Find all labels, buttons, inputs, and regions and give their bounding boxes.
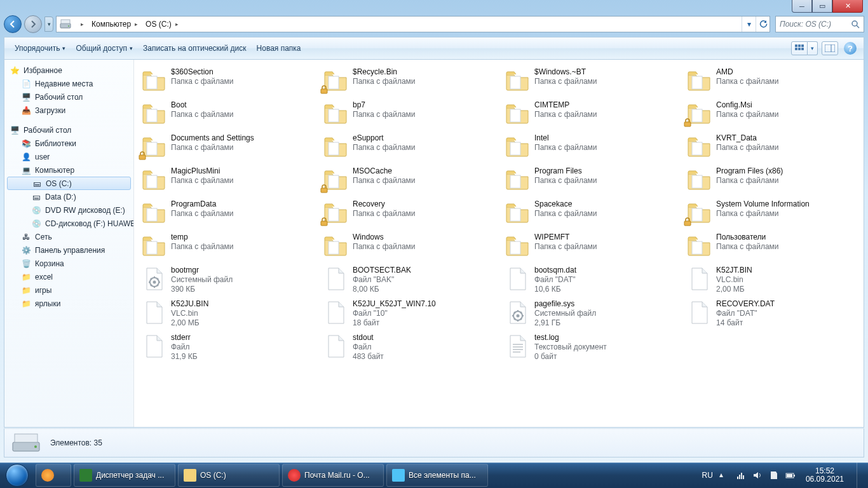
- share-menu[interactable]: Общий доступ▾: [71, 41, 138, 55]
- tree-item-bin[interactable]: 🗑️Корзина: [4, 257, 133, 270]
- file-item[interactable]: ПользователиПапка с файлами: [682, 230, 864, 263]
- breadcrumb-segment[interactable]: OS (C:)▸: [142, 17, 182, 32]
- item-type: VLC.bin: [171, 309, 208, 318]
- file-item[interactable]: RecoveryПапка с файлами: [318, 197, 500, 230]
- task-media-player[interactable]: [36, 464, 71, 487]
- forward-button[interactable]: [24, 15, 42, 33]
- desktop-header[interactable]: 🖥️Рабочий стол: [4, 123, 133, 137]
- address-bar[interactable]: ▸ Компьютер▸ OS (C:)▸ ▾: [56, 16, 770, 32]
- maximize-button[interactable]: ▭: [812, 0, 832, 13]
- tree-item-downloads[interactable]: 📥Загрузки: [4, 104, 133, 117]
- clock[interactable]: 15:52 06.09.2021: [806, 467, 844, 484]
- task-control-panel[interactable]: Все элементы па...: [386, 464, 488, 487]
- tree-item-cdf[interactable]: 💿CD-дисковод (F:) HUAWEI M: [4, 217, 133, 230]
- item-name: stdout: [353, 333, 384, 342]
- file-item[interactable]: Documents and SettingsПапка с файлами: [137, 131, 318, 164]
- search-input[interactable]: Поиск: OS (C:): [775, 16, 864, 32]
- item-name: bp7: [353, 100, 416, 110]
- file-item[interactable]: test.logТекстовый документ0 байт: [500, 330, 682, 364]
- file-item[interactable]: eSupportПапка с файлами: [318, 131, 500, 164]
- help-button[interactable]: ?: [842, 41, 858, 55]
- tree-item-datad[interactable]: 🖴Data (D:): [4, 190, 133, 203]
- file-item[interactable]: AMDПапка с файлами: [682, 65, 864, 98]
- item-name: K52JU.BIN: [171, 299, 208, 309]
- action-center-icon[interactable]: [769, 470, 779, 480]
- tree-item-libraries[interactable]: 📚Библиотеки: [4, 137, 133, 150]
- file-item[interactable]: MSOCacheПапка с файлами: [318, 164, 500, 197]
- task-explorer[interactable]: OS (C:): [178, 464, 280, 487]
- task-task-manager[interactable]: Диспетчер задач ...: [74, 464, 175, 487]
- minimize-button[interactable]: ─: [792, 0, 812, 13]
- refresh-button[interactable]: [756, 17, 770, 32]
- file-item[interactable]: System Volume InformationПапка с файлами: [682, 197, 864, 230]
- new-folder-button[interactable]: Новая папка: [252, 41, 306, 55]
- item-type: Папка с файлами: [353, 77, 416, 86]
- tree-item-recent[interactable]: 📄Недавние места: [4, 77, 133, 90]
- tree-item-desktop-fav[interactable]: 🖥️Рабочий стол: [4, 90, 133, 104]
- file-item[interactable]: ProgramDataПапка с файлами: [137, 197, 318, 230]
- file-item[interactable]: BOOTSECT.BAKФайл "BAK"8,00 КБ: [318, 263, 500, 297]
- file-list[interactable]: $360SectionПапка с файлами$Recycle.BinПа…: [134, 60, 864, 427]
- tree-item-osc[interactable]: 🖴OS (C:): [7, 177, 131, 190]
- file-item[interactable]: RECOVERY.DATФайл "DAT"14 байт: [682, 297, 864, 330]
- breadcrumb-segment[interactable]: ▸: [73, 17, 88, 32]
- organize-menu[interactable]: Упорядочить▾: [10, 41, 71, 55]
- file-item[interactable]: K52JT.BINVLC.bin2,00 МБ: [682, 263, 864, 297]
- tree-item-games[interactable]: 📁игры: [4, 283, 133, 297]
- task-opera[interactable]: Почта Mail.ru - O...: [282, 464, 384, 487]
- view-mode-button[interactable]: [791, 41, 808, 55]
- file-item[interactable]: WindowsПапка с файлами: [318, 230, 500, 263]
- file-item[interactable]: bootsqm.datФайл "DAT"10,6 КБ: [500, 263, 682, 297]
- file-item[interactable]: BootПапка с файлами: [137, 98, 318, 131]
- nav-bar: ▾ ▸ Компьютер▸ OS (C:)▸ ▾ Поиск: OS (C:): [4, 14, 864, 34]
- svg-point-2: [68, 25, 69, 27]
- burn-button[interactable]: Записать на оптический диск: [138, 41, 252, 55]
- volume-icon[interactable]: [752, 470, 763, 480]
- file-item[interactable]: bootmgrСистемный файл390 КБ: [137, 263, 318, 297]
- file-item[interactable]: $360SectionПапка с файлами: [137, 65, 318, 98]
- file-item[interactable]: SpacekaceПапка с файлами: [500, 197, 682, 230]
- network-icon[interactable]: [736, 470, 746, 480]
- tree-item-network[interactable]: 🖧Сеть: [4, 230, 133, 243]
- file-item[interactable]: MagicPlusMiniПапка с файлами: [137, 164, 318, 197]
- address-dropdown[interactable]: ▾: [742, 17, 756, 32]
- file-item[interactable]: stderrФайл31,9 КБ: [137, 330, 318, 364]
- file-item[interactable]: IntelПапка с файлами: [500, 131, 682, 164]
- tree-item-control-panel[interactable]: ⚙️Панель управления: [4, 243, 133, 257]
- file-item[interactable]: tempПапка с файлами: [137, 230, 318, 263]
- preview-pane-button[interactable]: [822, 41, 838, 55]
- favorites-header[interactable]: ⭐Избранное: [4, 64, 133, 77]
- battery-icon[interactable]: [785, 470, 796, 480]
- item-size: 8,00 КБ: [353, 285, 411, 294]
- breadcrumb-segment[interactable]: Компьютер▸: [88, 17, 142, 32]
- back-button[interactable]: [4, 15, 22, 33]
- file-item[interactable]: K52JU.BINVLC.bin2,00 МБ: [137, 297, 318, 330]
- tree-item-shortcuts[interactable]: 📁ярлыки: [4, 297, 133, 310]
- file-item[interactable]: stdoutФайл483 байт: [318, 330, 500, 364]
- view-mode-dropdown[interactable]: ▾: [808, 41, 818, 55]
- file-item[interactable]: pagefile.sysСистемный файл2,91 ГБ: [500, 297, 682, 330]
- file-item[interactable]: Program Files (x86)Папка с файлами: [682, 164, 864, 197]
- close-button[interactable]: ✕: [832, 0, 863, 13]
- start-button[interactable]: [0, 463, 34, 488]
- show-desktop-button[interactable]: [857, 463, 864, 488]
- file-item[interactable]: Config.MsiПапка с файлами: [682, 98, 864, 131]
- file-item[interactable]: WIPEMFTПапка с файлами: [500, 230, 682, 263]
- file-item[interactable]: bp7Папка с файлами: [318, 98, 500, 131]
- svg-rect-28: [147, 175, 157, 188]
- lang-indicator[interactable]: RU: [702, 471, 713, 480]
- file-item[interactable]: $Windows.~BTПапка с файлами: [500, 65, 682, 98]
- history-dropdown[interactable]: ▾: [44, 17, 53, 32]
- tray-chevron-icon[interactable]: ▴: [719, 470, 729, 480]
- file-item[interactable]: $Recycle.BinПапка с файлами: [318, 65, 500, 98]
- file-item[interactable]: KVRT_DataПапка с файлами: [682, 131, 864, 164]
- file-item[interactable]: Program FilesПапка с файлами: [500, 164, 682, 197]
- computer-icon: 💻: [21, 165, 31, 175]
- file-item[interactable]: CIMTEMPПапка с файлами: [500, 98, 682, 131]
- tree-item-excel[interactable]: 📁excel: [4, 270, 133, 283]
- tree-item-dvde[interactable]: 💿DVD RW дисковод (E:): [4, 203, 133, 217]
- tree-item-computer[interactable]: 💻Компьютер: [4, 163, 133, 177]
- folder-icon: [504, 100, 531, 127]
- tree-item-user[interactable]: 👤user: [4, 150, 133, 163]
- file-item[interactable]: K52JU_K52JT_WIN7.10Файл "10"18 байт: [318, 297, 500, 330]
